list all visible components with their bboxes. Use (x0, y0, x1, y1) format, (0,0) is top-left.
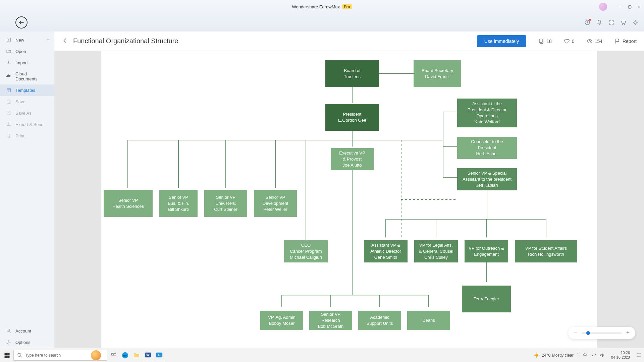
task-view-icon[interactable] (109, 350, 119, 360)
sidebar-item-save[interactable]: Save (0, 96, 54, 107)
org-node-line: Kate Wolford (475, 119, 500, 125)
sidebar-item-label: Print (15, 133, 24, 138)
org-node-counselor[interactable]: Counselor to thePresidentHerb Asher (457, 137, 517, 159)
taskbar-system-tray: 24°C Mostly clear ˄ 10:26 04-10-2023 (533, 351, 642, 359)
stat-likes[interactable]: 0 (564, 38, 575, 44)
gear-icon[interactable] (633, 19, 639, 25)
sidebar-item-new[interactable]: New+ (0, 34, 54, 46)
use-immediately-button[interactable]: Use immediately (477, 35, 526, 47)
word-icon[interactable]: W (143, 350, 153, 360)
save-as-icon (6, 110, 11, 116)
org-node-deans[interactable]: Deans (407, 311, 450, 330)
start-button[interactable] (2, 350, 12, 360)
edge-icon[interactable] (120, 350, 130, 360)
svg-text:W: W (146, 353, 150, 357)
svg-line-57 (20, 356, 22, 357)
sidebar-item-options[interactable]: Options (0, 337, 54, 348)
sidebar-item-export-send[interactable]: Export & Send (0, 119, 54, 130)
org-node-line: Peter Weiler (263, 206, 287, 213)
sidebar-item-account[interactable]: Account (0, 325, 54, 337)
user-avatar-icon[interactable] (599, 3, 607, 11)
zoom-out-button[interactable]: − (573, 329, 578, 337)
sidebar-item-cloud-documents[interactable]: Cloud Documents (0, 68, 54, 84)
gear-icon (6, 340, 11, 345)
cloud-icon (6, 74, 11, 79)
org-node-vp_outreach[interactable]: VP for Outreach &Engagement (465, 240, 508, 262)
org-node-svp_univ[interactable]: Senior VPUniv. Rels.Curt Steiner (204, 190, 247, 217)
org-node-assist_ops[interactable]: Assistant tti thePresident & DirectorOpe… (457, 99, 517, 127)
org-node-svp_bus[interactable]: Seniot VPBus. & Fin.Bill Shkurti (159, 190, 198, 217)
org-node-line: Engagement (474, 251, 499, 257)
wifi-icon[interactable] (591, 353, 596, 358)
org-node-svp_research[interactable]: Senior VPResearchBob McGrath (309, 311, 352, 330)
folder-icon (6, 49, 11, 54)
org-node-trustees[interactable]: Board ofTrustees (325, 60, 379, 87)
org-node-ceo_cancer[interactable]: CEOCancer ProgramMichael Caligiuri (284, 240, 328, 262)
taskbar-clock[interactable]: 10:26 04-10-2023 (611, 351, 630, 359)
org-node-academic[interactable]: AcademicSupport Units (358, 311, 401, 330)
help-icon[interactable]: ? (584, 19, 590, 25)
edrawmax-taskbar-icon[interactable]: E (154, 350, 164, 360)
app-title: Wondershare EdrawMax Pro (292, 4, 352, 9)
back-button[interactable] (15, 16, 28, 28)
org-node-line: Board Secretary (422, 68, 453, 74)
org-node-terry[interactable]: Terry Foegler (462, 286, 511, 312)
cart-icon[interactable] (621, 19, 627, 25)
org-node-line: David Frantz (425, 74, 450, 80)
org-node-assist_vp_ath[interactable]: Assistant VP &Athletic DirectorGene Smit… (364, 240, 408, 262)
sidebar-item-open[interactable]: Open (0, 46, 54, 57)
org-node-vp_ag[interactable]: VP, Ag. AdminBobby Moser (260, 311, 303, 330)
stat-copies[interactable]: 18 (538, 38, 552, 44)
chevron-up-icon[interactable]: ˄ (577, 353, 579, 358)
org-node-line: & General Cousel (419, 248, 453, 254)
stat-likes-value: 0 (572, 39, 575, 44)
sidebar-item-print[interactable]: Print (0, 130, 54, 141)
zoom-slider[interactable] (582, 333, 622, 334)
org-node-line: Chris Culley (424, 254, 448, 260)
org-node-exec_vp[interactable]: Executive VP& ProvostJoe Alutto (331, 148, 374, 170)
maximize-button[interactable]: ▢ (627, 4, 632, 9)
svg-point-17 (8, 342, 9, 343)
canvas-wrap: Board ofTrusteesBoard SecretaryDavid Fra… (54, 51, 644, 348)
eye-icon (587, 38, 593, 44)
file-explorer-icon[interactable] (131, 350, 142, 360)
sidebar-item-import[interactable]: Import (0, 57, 54, 68)
page-title: Functional Organizational Structure (73, 37, 472, 45)
taskbar-search[interactable]: Type here to search (13, 350, 107, 361)
svg-point-20 (589, 40, 590, 42)
heart-icon (564, 38, 570, 44)
volume-icon[interactable] (600, 353, 605, 358)
org-node-svp_health[interactable]: Senior VPHealth Sciences (104, 190, 153, 217)
grid-icon[interactable] (608, 19, 614, 25)
org-node-line: VP for Student Affairs (525, 245, 567, 251)
svg-rect-71 (637, 353, 641, 356)
close-button[interactable]: ✕ (637, 4, 641, 9)
plus-icon[interactable]: + (47, 37, 50, 43)
weather-widget[interactable]: 24°C Mostly clear (533, 352, 574, 359)
sidebar-item-save-as[interactable]: Save As (0, 107, 54, 119)
org-node-line: Counselor to the (471, 139, 503, 145)
org-chart-canvas[interactable]: Board ofTrusteesBoard SecretaryDavid Fra… (101, 51, 597, 348)
org-node-line: Research (321, 317, 340, 323)
org-node-vp_legal[interactable]: VP for Legal Affs.& General CouselChris … (414, 240, 458, 262)
bell-icon[interactable] (596, 19, 602, 25)
org-node-line: Trustees (344, 74, 361, 80)
app-title-text: Wondershare EdrawMax (292, 4, 340, 9)
minimize-button[interactable]: ─ (618, 4, 623, 9)
svg-text:?: ? (586, 21, 588, 24)
notifications-icon[interactable] (636, 352, 642, 358)
sidebar-item-templates[interactable]: Templates (0, 84, 54, 96)
org-node-special_assist[interactable]: Senior VP & SpecialAssistant to the pres… (457, 168, 517, 190)
org-node-president[interactable]: PresidentE.Gordon Gee (325, 104, 379, 131)
org-node-secretary[interactable]: Board SecretaryDavid Frantz (414, 60, 461, 87)
org-node-vp_student[interactable]: VP for Student AffairsRich Hollingsworth (515, 240, 577, 262)
svg-point-56 (18, 353, 21, 356)
onedrive-icon[interactable] (582, 353, 588, 358)
chevron-back-icon[interactable] (62, 37, 68, 45)
org-node-svp_dev[interactable]: Senior VPDevelopmentPeter Weiler (254, 190, 297, 217)
report-button[interactable]: Report (614, 38, 637, 44)
zoom-in-button[interactable]: + (625, 329, 631, 337)
org-node-line: VP for Legal Affs. (419, 242, 453, 248)
sidebar-item-label: Templates (15, 88, 35, 93)
flag-icon (614, 38, 621, 44)
